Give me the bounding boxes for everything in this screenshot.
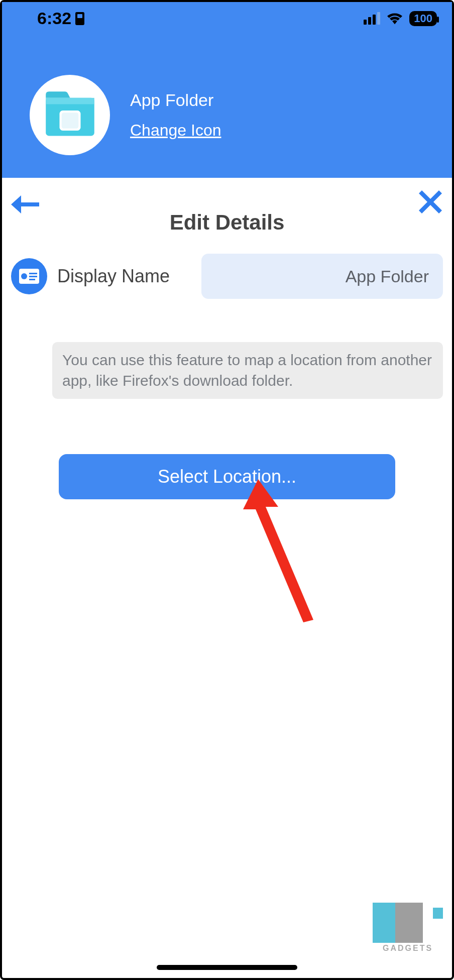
svg-rect-7 [29,276,37,277]
display-name-input[interactable] [201,254,443,299]
wifi-icon [387,13,402,25]
status-time: 6:32 [37,9,84,28]
svg-point-5 [21,273,27,279]
signal-icon [364,13,380,25]
watermark-text: GADGETS [383,944,433,953]
battery-text: 100 [414,12,432,25]
header-text: App Folder Change Icon [130,90,221,140]
status-bar: 6:32 100 [2,2,452,35]
svg-rect-6 [29,273,37,274]
app-frame: 6:32 100 App Folder [0,0,454,980]
home-indicator [157,965,297,970]
hint-text: You can use this feature to map a locati… [52,342,443,399]
svg-rect-1 [46,97,94,104]
id-card-icon [11,258,47,294]
svg-rect-8 [29,279,35,280]
close-icon[interactable] [419,190,442,213]
header-title: App Folder [130,90,221,110]
header: App Folder Change Icon [2,35,452,178]
display-name-row: Display Name [2,246,452,307]
back-arrow-icon[interactable] [11,193,39,215]
annotation-arrow [243,479,344,640]
status-right: 100 [364,11,437,26]
sim-icon [75,12,84,25]
select-location-button[interactable]: Select Location... [59,454,395,499]
change-icon-link[interactable]: Change Icon [130,121,221,140]
svg-marker-9 [243,479,313,622]
status-time-text: 6:32 [37,9,71,28]
folder-avatar[interactable] [30,75,110,155]
battery-icon: 100 [409,11,437,26]
display-name-label: Display Name [57,266,191,287]
folder-icon [44,91,96,139]
svg-rect-3 [61,113,78,129]
page-title: Edit Details [170,210,285,235]
watermark: GADGETS [373,903,448,958]
toolbar: Edit Details [2,180,452,246]
